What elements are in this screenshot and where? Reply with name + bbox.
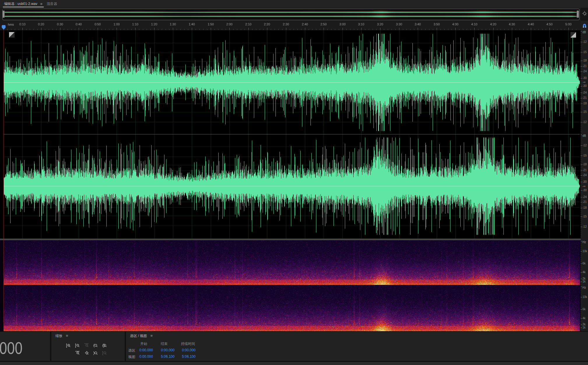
ruler-tick <box>162 29 162 30</box>
transport-time[interactable]: 0:00.000 <box>0 340 22 357</box>
panel-menu-icon[interactable]: ≡ <box>40 2 43 6</box>
zoom-panel-title: 缩放≡ <box>55 334 68 338</box>
scale-tick <box>581 272 582 273</box>
ruler-tick <box>83 29 83 30</box>
scale-tick <box>581 135 582 135</box>
playhead-marker[interactable] <box>2 25 6 30</box>
zoom-button-zoom-in-horizontal[interactable] <box>73 350 81 356</box>
ruler-label: 3:40 <box>415 22 421 26</box>
ruler-tick <box>523 29 524 30</box>
ruler-tick <box>90 29 90 30</box>
corner-widget-top-right[interactable] <box>571 32 576 38</box>
scale-tick <box>581 198 581 198</box>
scale-tick <box>581 196 581 196</box>
db-scale-channel1[interactable]: dB-12-12-15-15-18-18-21-21-24-24-30-30-∞ <box>581 30 588 134</box>
selection-start-value[interactable]: 0:00.000 <box>139 348 153 352</box>
overview-navigator[interactable] <box>0 8 581 21</box>
ruler-tick <box>60 28 60 30</box>
view-duration-value[interactable]: 5:06.100 <box>182 355 196 359</box>
overview-handle-right[interactable] <box>577 10 579 18</box>
ruler-tick <box>531 28 531 30</box>
overview-waveform-canvas[interactable] <box>3 9 579 19</box>
scale-tick <box>581 103 582 104</box>
scale-tick <box>581 159 581 159</box>
ruler-tick <box>422 29 422 30</box>
tab-editor-label: 编辑器 : usb01-2.wav <box>4 1 37 6</box>
tab-editor[interactable]: 编辑器 : usb01-2.wav ≡ <box>3 0 44 8</box>
ruler-tick <box>448 29 448 30</box>
ruler-tick <box>561 29 561 30</box>
ruler-tick <box>286 28 286 30</box>
navigator-zoom-icon[interactable] <box>582 10 587 16</box>
hz-scale-channel1[interactable]: Hz10k6k4k2k1k <box>581 240 588 285</box>
ruler-tick <box>557 29 557 30</box>
tab-mixer-label: 混音器 <box>47 1 57 6</box>
scale-tick <box>581 218 581 219</box>
scale-tick-label: -∞ <box>582 81 585 84</box>
time-display-panel[interactable]: 0:00.000 <box>0 332 50 361</box>
scale-tick <box>581 224 581 225</box>
corner-widget-top-left[interactable] <box>9 32 15 38</box>
view-start-value[interactable]: 0:00.000 <box>139 355 153 359</box>
scale-tick <box>581 127 581 127</box>
spectrogram-display[interactable] <box>0 240 581 331</box>
timeline-ruler[interactable]: hms 0:100:200:300:400:501:001:101:201:30… <box>0 21 581 31</box>
db-scale-channel2[interactable]: dB-12-12-15-15-18-18-21-21-24-24-30-30-∞ <box>581 134 588 238</box>
scale-tick <box>581 175 582 176</box>
scale-tick <box>581 94 581 95</box>
zoom-button-zoom-in-vertical[interactable] <box>64 342 72 349</box>
ruler-tick <box>320 29 320 30</box>
ruler-tick <box>493 28 494 30</box>
snap-toggle-button[interactable] <box>581 21 588 30</box>
waveform-canvas[interactable] <box>0 30 581 238</box>
waveform-display[interactable] <box>0 30 581 238</box>
scale-tick <box>581 169 581 170</box>
scale-tick <box>581 109 581 109</box>
scale-tick <box>581 145 582 146</box>
ruler-label: 0:50 <box>94 22 101 26</box>
ruler-tick <box>339 29 339 30</box>
tab-mixer[interactable]: 混音器 <box>47 0 57 8</box>
ruler-tick <box>113 29 113 30</box>
scale-tick <box>581 43 581 44</box>
selection-view-panel-menu-icon[interactable]: ≡ <box>150 334 153 338</box>
scale-tick <box>581 190 582 191</box>
scale-tick <box>581 202 582 202</box>
scale-tick <box>581 241 582 241</box>
audition-editor-window: 编辑器 : usb01-2.wav ≡ 混音器 hms 0:100:200:30… <box>0 0 588 365</box>
ruler-label: 1:30 <box>170 22 176 26</box>
row-label-view: 视图 <box>128 355 135 359</box>
scale-tick <box>581 113 581 113</box>
spectrogram-canvas[interactable] <box>0 240 581 331</box>
ruler-tick <box>245 29 245 30</box>
ruler-label: 1:40 <box>189 22 195 26</box>
scale-tick <box>581 45 581 46</box>
hz-scale-channel2[interactable]: Hz10k6k4k2k1k <box>581 286 588 331</box>
selection-end-value[interactable]: 0:00.000 <box>161 348 175 352</box>
scale-tick <box>581 39 581 40</box>
zoom-button-zoom-in-left-of-selection[interactable] <box>91 342 99 349</box>
overview-handle-left[interactable] <box>2 10 5 18</box>
scale-tick <box>581 299 581 299</box>
ruler-label: 3:00 <box>339 22 345 26</box>
ruler-label: 4:40 <box>528 22 534 26</box>
ruler-tick <box>553 29 554 30</box>
ruler-tick <box>459 29 459 30</box>
zoom-panel-menu-icon[interactable]: ≡ <box>66 334 68 338</box>
ruler-tick <box>550 28 550 30</box>
scale-tick <box>581 68 581 68</box>
selection-duration-value[interactable]: 0:00.000 <box>182 348 196 352</box>
scale-tick <box>581 210 581 210</box>
scale-tick-label: -30 <box>582 189 587 192</box>
scale-tick <box>581 48 581 48</box>
zoom-button-zoom-out-vertical[interactable] <box>73 342 81 349</box>
zoom-button-zoom-in-right-of-selection[interactable] <box>91 350 99 356</box>
scale-tick <box>581 303 581 303</box>
zoom-button-zoom-out-full[interactable] <box>82 350 90 356</box>
view-end-value[interactable]: 5:06.100 <box>161 355 175 359</box>
scale-tick <box>581 274 581 274</box>
ruler-tick <box>86 29 87 30</box>
zoom-button-zoom-in-selection-edges[interactable] <box>100 342 108 349</box>
playhead-line[interactable] <box>3 30 4 331</box>
ruler-tick <box>75 29 75 30</box>
